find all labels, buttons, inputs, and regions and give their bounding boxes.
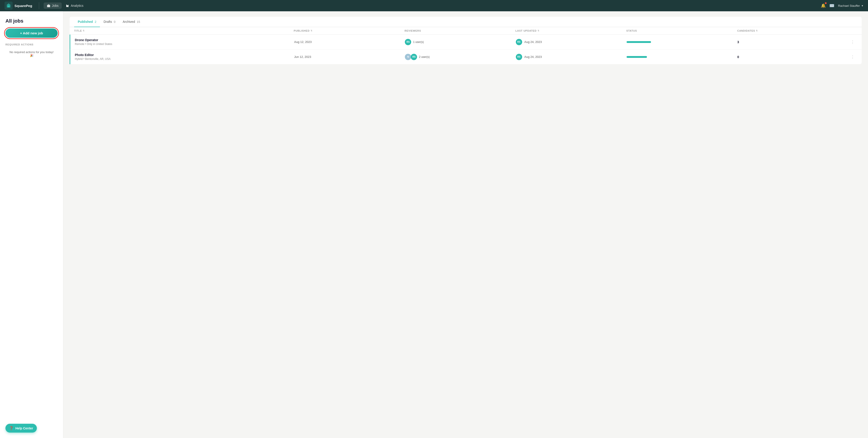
sort-icon-last-updated: ⇅ bbox=[537, 30, 539, 32]
svg-rect-3 bbox=[68, 5, 69, 6]
mail-icon: ✉️ bbox=[829, 3, 834, 8]
candidates-photo: 0 bbox=[737, 55, 846, 59]
required-actions-label: REQUIRED ACTIONS bbox=[5, 43, 58, 46]
avatar-rs: RS bbox=[405, 39, 411, 45]
sidebar: All jobs + Add new job REQUIRED ACTIONS … bbox=[0, 11, 63, 438]
sort-icon-title: ⇅ bbox=[83, 30, 85, 32]
last-updated-date-photo: Aug 24, 2023 bbox=[524, 55, 542, 59]
status-bar-drone bbox=[627, 41, 651, 43]
bell-icon: 🔔 bbox=[821, 3, 826, 8]
col-status: STATUS bbox=[626, 29, 735, 32]
last-updated-date-drone: Aug 24, 2023 bbox=[524, 40, 542, 43]
brand-logo[interactable]: SquarePeg bbox=[4, 2, 32, 10]
sort-icon-published: ⇅ bbox=[311, 30, 313, 32]
no-actions-text: No required actions for you today! 🎉 bbox=[5, 51, 58, 57]
help-center-button[interactable]: ❓ Help Center bbox=[5, 424, 37, 433]
row-menu-drone[interactable]: ⋮ bbox=[848, 39, 857, 44]
nav-item-analytics[interactable]: Analytics bbox=[63, 2, 87, 9]
nav-items: Jobs Analytics bbox=[43, 2, 821, 9]
nav-divider bbox=[39, 2, 39, 9]
help-icon: ❓ bbox=[9, 426, 13, 430]
table-header: TITLE ⇅ PUBLISHED ⇅ REVIEWERS LAST UPDAT… bbox=[70, 27, 862, 35]
job-title: Drone Operator bbox=[75, 38, 292, 42]
nav-analytics-label: Analytics bbox=[71, 4, 84, 7]
brand-name: SquarePeg bbox=[14, 4, 32, 8]
reviewers-count-drone: 1 user(s) bbox=[413, 40, 424, 43]
tab-published[interactable]: Published 2 bbox=[74, 17, 100, 27]
tab-drafts[interactable]: Drafts 0 bbox=[100, 17, 119, 27]
jobs-table: TITLE ⇅ PUBLISHED ⇅ REVIEWERS LAST UPDAT… bbox=[70, 27, 862, 64]
nav-item-jobs[interactable]: Jobs bbox=[43, 2, 62, 9]
main-content: Published 2 Drafts 0 Archived 15 TITLE ⇅ bbox=[63, 11, 868, 438]
tab-published-label: Published bbox=[78, 20, 93, 24]
sort-icon-candidates: ⇅ bbox=[756, 30, 758, 32]
job-meta: Remote • Only in United States bbox=[75, 42, 292, 46]
main-layout: All jobs + Add new job REQUIRED ACTIONS … bbox=[0, 11, 868, 438]
squarepeg-icon bbox=[4, 2, 13, 10]
svg-rect-2 bbox=[67, 5, 68, 6]
notifications-button[interactable]: 🔔 bbox=[821, 3, 826, 8]
reviewers-count-photo: 2 user(s) bbox=[419, 55, 430, 59]
col-reviewers: REVIEWERS bbox=[405, 29, 513, 32]
tab-drafts-label: Drafts bbox=[103, 20, 112, 24]
avatar-rs-updated: RS bbox=[516, 39, 522, 45]
messages-button[interactable]: ✉️ bbox=[829, 3, 834, 8]
last-updated-photo: RS Aug 24, 2023 bbox=[516, 54, 624, 60]
col-last-updated[interactable]: LAST UPDATED ⇅ bbox=[515, 29, 624, 32]
reviewers-drone: RS 1 user(s) bbox=[405, 39, 513, 45]
job-info-photo: Photo Editor Hybrid • Bentonville, AR, U… bbox=[75, 53, 292, 61]
notification-badge bbox=[825, 2, 827, 4]
nav-jobs-label: Jobs bbox=[52, 4, 59, 7]
job-info-drone: Drone Operator Remote • Only in United S… bbox=[75, 38, 292, 46]
sidebar-title: All jobs bbox=[5, 18, 58, 24]
help-label: Help Center bbox=[16, 427, 33, 430]
table-row[interactable]: Drone Operator Remote • Only in United S… bbox=[70, 35, 862, 50]
reviewers-photo: N RS 2 user(s) bbox=[405, 54, 513, 60]
published-date-drone: Aug 12, 2023 bbox=[294, 40, 403, 43]
tab-archived[interactable]: Archived 15 bbox=[119, 17, 144, 27]
row-menu-photo[interactable]: ⋮ bbox=[848, 55, 857, 59]
top-navigation: SquarePeg Jobs Analytics 🔔 ✉️ bbox=[0, 0, 868, 11]
tab-archived-count: 15 bbox=[137, 20, 140, 24]
status-drone bbox=[627, 41, 654, 43]
avatar-rs-updated2: RS bbox=[516, 54, 522, 60]
avatar-rs2: RS bbox=[411, 54, 417, 60]
add-job-button[interactable]: + Add new job bbox=[5, 29, 58, 38]
user-name: Rachael Stauffer bbox=[838, 4, 860, 7]
col-candidates[interactable]: CANDIDATES ⇅ bbox=[737, 29, 846, 32]
tab-drafts-count: 0 bbox=[114, 20, 115, 24]
status-bar-photo bbox=[627, 56, 647, 58]
status-photo bbox=[627, 56, 654, 58]
last-updated-drone: RS Aug 24, 2023 bbox=[516, 39, 624, 45]
job-meta: Hybrid • Bentonville, AR, USA bbox=[75, 57, 292, 61]
chevron-down-icon: ▼ bbox=[861, 4, 864, 7]
table-row[interactable]: Photo Editor Hybrid • Bentonville, AR, U… bbox=[70, 50, 862, 64]
nav-right-actions: 🔔 ✉️ Rachael Stauffer ▼ bbox=[821, 3, 864, 8]
candidates-drone: 3 bbox=[737, 40, 846, 44]
party-emoji: 🎉 bbox=[30, 54, 33, 57]
tab-published-count: 2 bbox=[95, 20, 96, 24]
tab-archived-label: Archived bbox=[123, 20, 135, 24]
user-profile[interactable]: Rachael Stauffer ▼ bbox=[838, 4, 864, 7]
tabs-bar: Published 2 Drafts 0 Archived 15 bbox=[70, 17, 862, 27]
avatar-n: N bbox=[405, 54, 411, 60]
col-published[interactable]: PUBLISHED ⇅ bbox=[293, 29, 402, 32]
bar-chart-icon bbox=[66, 4, 69, 7]
svg-rect-1 bbox=[66, 5, 67, 6]
col-title[interactable]: TITLE ⇅ bbox=[74, 29, 291, 32]
job-title: Photo Editor bbox=[75, 53, 292, 57]
published-date-photo: Jun 12, 2023 bbox=[294, 55, 403, 59]
briefcase-icon bbox=[47, 4, 51, 7]
